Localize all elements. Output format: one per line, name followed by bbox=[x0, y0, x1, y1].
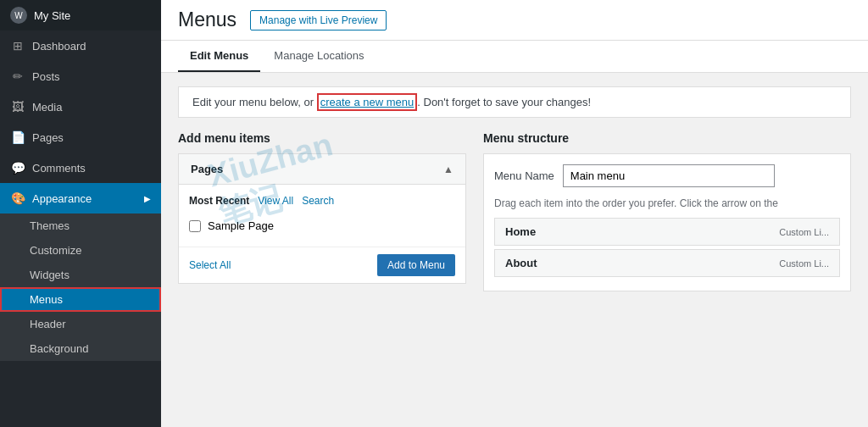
subtab-view-all[interactable]: View All bbox=[258, 195, 293, 207]
accordion-footer: Select All Add to Menu bbox=[179, 247, 465, 283]
table-row: About Custom Li... bbox=[494, 249, 840, 277]
sidebar-item-posts[interactable]: ✏ Posts bbox=[0, 61, 161, 92]
menu-structure-panel: Menu structure Menu Name Drag each item … bbox=[483, 131, 851, 291]
pages-accordion: Pages ▲ Most Recent View All Search Samp… bbox=[178, 153, 466, 284]
sample-page-checkbox[interactable] bbox=[189, 220, 201, 232]
drag-hint: Drag each item into the order you prefer… bbox=[494, 197, 840, 209]
posts-icon: ✏ bbox=[10, 69, 25, 84]
menu-item-type: Custom Li... bbox=[779, 258, 829, 269]
page-title: Menus bbox=[178, 8, 236, 31]
table-row: Home Custom Li... bbox=[494, 218, 840, 246]
accordion-body: Most Recent View All Search Sample Page bbox=[179, 185, 465, 247]
chevron-up-icon: ▲ bbox=[443, 164, 453, 175]
subtabs-bar: Most Recent View All Search bbox=[189, 195, 455, 207]
accordion-header-pages[interactable]: Pages ▲ bbox=[179, 154, 465, 185]
sidebar-item-label: Comments bbox=[32, 162, 86, 175]
info-bar: Edit your menu below, or create a new me… bbox=[178, 86, 851, 118]
subtab-search[interactable]: Search bbox=[302, 195, 334, 207]
sidebar-item-background[interactable]: Background bbox=[0, 336, 161, 361]
menu-name-label: Menu Name bbox=[494, 169, 554, 182]
two-column-layout: Add menu items Pages ▲ Most Recent View … bbox=[178, 131, 851, 291]
wp-logo-icon: W bbox=[10, 7, 27, 24]
menu-item-label: Home bbox=[505, 225, 536, 238]
sidebar-item-dashboard[interactable]: ⊞ Dashboard bbox=[0, 30, 161, 61]
dashboard-icon: ⊞ bbox=[10, 38, 25, 53]
sidebar-item-comments[interactable]: 💬 Comments bbox=[0, 152, 161, 183]
select-all-link[interactable]: Select All bbox=[189, 259, 231, 271]
sample-page-label: Sample Page bbox=[208, 219, 274, 232]
sidebar-item-header[interactable]: Header bbox=[0, 312, 161, 336]
appearance-submenu: Themes Customize Widgets Menus Header Ba… bbox=[0, 214, 161, 361]
menu-name-input[interactable] bbox=[563, 164, 775, 187]
menu-structure-box: Menu Name Drag each item into the order … bbox=[483, 153, 851, 291]
sidebar-item-label: Posts bbox=[32, 70, 60, 83]
accordion-pages-label: Pages bbox=[191, 163, 223, 175]
create-new-menu-link[interactable]: create a new menu bbox=[317, 93, 418, 111]
menu-item-type: Custom Li... bbox=[779, 227, 829, 237]
sidebar-item-customize[interactable]: Customize bbox=[0, 238, 161, 263]
sidebar-item-themes[interactable]: Themes bbox=[0, 214, 161, 238]
sidebar-item-pages[interactable]: 📄 Pages bbox=[0, 122, 161, 152]
info-prefix: Edit your menu below, or bbox=[192, 96, 317, 108]
media-icon: 🖼 bbox=[10, 99, 25, 114]
sidebar-logo: W My Site bbox=[0, 0, 161, 30]
pages-icon: 📄 bbox=[10, 130, 25, 145]
sidebar-item-label: Dashboard bbox=[32, 40, 86, 53]
add-menu-items-title: Add menu items bbox=[178, 131, 466, 145]
tabs-bar: Edit Menus Manage Locations bbox=[161, 41, 868, 73]
sidebar-item-menus[interactable]: Menus bbox=[0, 287, 161, 312]
add-menu-items-panel: Add menu items Pages ▲ Most Recent View … bbox=[178, 131, 466, 291]
comments-icon: 💬 bbox=[10, 160, 25, 175]
tab-edit-menus[interactable]: Edit Menus bbox=[178, 41, 260, 72]
list-item: Sample Page bbox=[189, 215, 455, 236]
live-preview-button[interactable]: Manage with Live Preview bbox=[250, 10, 387, 30]
sidebar-item-media[interactable]: 🖼 Media bbox=[0, 92, 161, 122]
content-area: XiuZhan笔记 Edit your menu below, or creat… bbox=[161, 73, 868, 427]
sidebar-item-appearance[interactable]: 🎨 Appearance ▶ bbox=[0, 183, 161, 214]
sidebar-item-widgets[interactable]: Widgets bbox=[0, 263, 161, 287]
chevron-right-icon: ▶ bbox=[144, 194, 151, 203]
tab-manage-locations[interactable]: Manage Locations bbox=[262, 41, 376, 72]
main-content: Menus Manage with Live Preview Edit Menu… bbox=[161, 0, 868, 427]
info-suffix: . Don't forget to save your changes! bbox=[417, 96, 591, 108]
menu-item-label: About bbox=[505, 257, 537, 269]
menu-structure-title: Menu structure bbox=[483, 131, 851, 145]
sidebar: W My Site ⊞ Dashboard ✏ Posts 🖼 Media 📄 … bbox=[0, 0, 161, 427]
appearance-icon: 🎨 bbox=[10, 191, 25, 206]
menu-name-row: Menu Name bbox=[494, 164, 840, 187]
sidebar-item-label: Pages bbox=[32, 131, 64, 144]
sidebar-item-label: Media bbox=[32, 101, 62, 114]
add-to-menu-button[interactable]: Add to Menu bbox=[377, 254, 455, 276]
appearance-label: Appearance bbox=[32, 192, 92, 205]
page-header: Menus Manage with Live Preview bbox=[161, 0, 868, 41]
subtab-most-recent[interactable]: Most Recent bbox=[189, 195, 249, 207]
site-name: My Site bbox=[34, 9, 70, 22]
